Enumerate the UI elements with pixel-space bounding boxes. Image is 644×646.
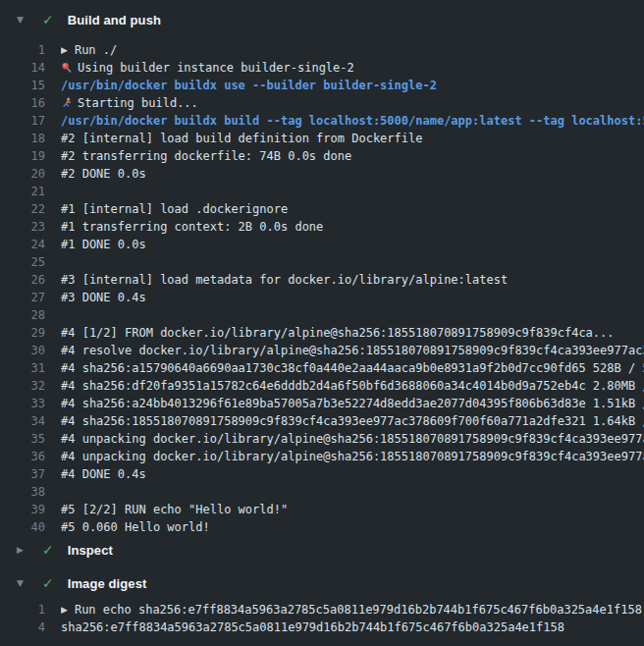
line-text: #2 DONE 0.0s: [61, 165, 146, 183]
log-line[interactable]: 4 sha256:e7ff8834a5963a2785c5a0811e979d1…: [0, 619, 644, 636]
line-text: ▶Run ./: [61, 41, 117, 59]
log-line[interactable]: 30 #4 resolve docker.io/library/alpine@s…: [0, 342, 644, 359]
line-text: Starting build...: [61, 94, 198, 112]
expand-run-arrow-icon[interactable]: ▶: [61, 601, 68, 619]
chevron-down-icon[interactable]: ▼: [17, 578, 28, 588]
log-line[interactable]: 1 ▶Run echo sha256:e7ff8834a5963a2785c5a…: [0, 601, 644, 619]
section-header-image-digest[interactable]: ▼ ✓ Image digest: [0, 569, 644, 597]
chevron-right-icon[interactable]: ▶: [17, 545, 28, 555]
line-number[interactable]: 1: [0, 601, 45, 619]
line-number[interactable]: 4: [0, 619, 45, 636]
log-lines-build-and-push: 1 ▶Run ./ 14 Using builder instance buil…: [0, 41, 644, 536]
log-line[interactable]: 34 #4 sha256:185518070891758909c9f839cf4…: [0, 412, 644, 430]
line-text: #4 sha256:185518070891758909c9f839cf4ca3…: [61, 412, 644, 430]
line-number[interactable]: 21: [0, 183, 45, 200]
line-text: #4 unpacking docker.io/library/alpine@sh…: [61, 430, 644, 448]
workflow-log-viewer: ▼ ✓ Build and push 1 ▶Run ./ 14 Using bu…: [0, 0, 644, 636]
line-number[interactable]: 22: [0, 200, 45, 218]
log-line[interactable]: 14 Using builder instance builder-single…: [0, 59, 644, 77]
line-number[interactable]: 38: [0, 483, 45, 501]
section-image-digest: ▼ ✓ Image digest 1 ▶Run echo sha256:e7ff…: [0, 569, 644, 636]
line-text: #1 transferring context: 2B 0.0s done: [61, 218, 323, 236]
pushpin-icon: [61, 59, 73, 77]
line-number[interactable]: 37: [0, 465, 45, 483]
line-number[interactable]: 20: [0, 165, 45, 183]
line-number[interactable]: 30: [0, 342, 45, 359]
success-check-icon: ✓: [42, 12, 54, 27]
line-text: #2 [internal] load build definition from…: [61, 130, 422, 147]
log-line[interactable]: 31 #4 sha256:a15790640a6690aa1730c38cf0a…: [0, 359, 644, 377]
line-number[interactable]: 17: [0, 112, 45, 130]
log-line[interactable]: 38: [0, 483, 644, 501]
line-number[interactable]: 14: [0, 59, 45, 77]
line-text: /usr/bin/docker buildx build --tag local…: [61, 112, 644, 130]
log-line[interactable]: 18 #2 [internal] load build definition f…: [0, 130, 644, 147]
log-line[interactable]: 15 /usr/bin/docker buildx use --builder …: [0, 77, 644, 94]
section-title: Build and push: [68, 13, 161, 27]
log-line[interactable]: 17 /usr/bin/docker buildx build --tag lo…: [0, 112, 644, 130]
line-text: #4 sha256:df20fa9351a15782c64e6dddb2d4a6…: [61, 377, 644, 395]
section-build-and-push: ▼ ✓ Build and push 1 ▶Run ./ 14 Using bu…: [0, 6, 644, 536]
line-text: Using builder instance builder-single-2: [61, 59, 354, 77]
log-line[interactable]: 25: [0, 253, 644, 271]
line-number[interactable]: 31: [0, 359, 45, 377]
line-number[interactable]: 1: [0, 41, 45, 59]
line-number[interactable]: 26: [0, 271, 45, 289]
log-line[interactable]: 32 #4 sha256:df20fa9351a15782c64e6dddb2d…: [0, 377, 644, 395]
line-number[interactable]: 34: [0, 412, 45, 430]
section-inspect: ▶ ✓ Inspect: [0, 536, 644, 564]
line-number[interactable]: 32: [0, 377, 45, 395]
line-text: #1 DONE 0.0s: [61, 236, 146, 253]
log-line[interactable]: 16 Starting build...: [0, 94, 644, 112]
log-line[interactable]: 22 #1 [internal] load .dockerignore: [0, 200, 644, 218]
line-text: #4 [1/2] FROM docker.io/library/alpine@s…: [61, 324, 615, 342]
log-line[interactable]: 24 #1 DONE 0.0s: [0, 236, 644, 253]
line-number[interactable]: 23: [0, 218, 45, 236]
line-number[interactable]: 40: [0, 518, 45, 536]
line-number[interactable]: 33: [0, 395, 45, 412]
log-line[interactable]: 29 #4 [1/2] FROM docker.io/library/alpin…: [0, 324, 644, 342]
log-line[interactable]: 40 #5 0.060 Hello world!: [0, 518, 644, 536]
section-title: Image digest: [68, 576, 147, 591]
log-line[interactable]: 37 #4 DONE 0.4s: [0, 465, 644, 483]
line-number[interactable]: 16: [0, 94, 45, 112]
log-line[interactable]: 27 #3 DONE 0.4s: [0, 289, 644, 306]
line-text: #4 unpacking docker.io/library/alpine@sh…: [61, 448, 644, 465]
line-number[interactable]: 29: [0, 324, 45, 342]
line-text: #4 sha256:a24bb4013296f61e89ba57005a7b3e…: [61, 395, 644, 412]
log-line[interactable]: 20 #2 DONE 0.0s: [0, 165, 644, 183]
line-number[interactable]: 28: [0, 306, 45, 324]
line-text: #4 sha256:a15790640a6690aa1730c38cf0a440…: [61, 359, 644, 377]
section-header-build-and-push[interactable]: ▼ ✓ Build and push: [0, 6, 644, 33]
line-number[interactable]: 25: [0, 253, 45, 271]
log-line[interactable]: 1 ▶Run ./: [0, 41, 644, 59]
line-number[interactable]: 36: [0, 448, 45, 465]
log-line[interactable]: 36 #4 unpacking docker.io/library/alpine…: [0, 448, 644, 465]
section-header-inspect[interactable]: ▶ ✓ Inspect: [0, 536, 644, 564]
runner-icon: [61, 94, 73, 112]
line-text: #3 [internal] load metadata for docker.i…: [61, 271, 508, 289]
log-line[interactable]: 26 #3 [internal] load metadata for docke…: [0, 271, 644, 289]
line-text: #3 DONE 0.4s: [61, 289, 146, 306]
chevron-down-icon[interactable]: ▼: [17, 15, 28, 25]
line-text: #4 DONE 0.4s: [61, 465, 146, 483]
line-number[interactable]: 24: [0, 236, 45, 253]
line-number[interactable]: 35: [0, 430, 45, 448]
log-line[interactable]: 23 #1 transferring context: 2B 0.0s done: [0, 218, 644, 236]
line-text: /usr/bin/docker buildx use --builder bui…: [61, 77, 437, 94]
line-number[interactable]: 39: [0, 501, 45, 518]
log-line[interactable]: 21: [0, 183, 644, 200]
line-number[interactable]: 27: [0, 289, 45, 306]
log-line[interactable]: 35 #4 unpacking docker.io/library/alpine…: [0, 430, 644, 448]
line-number[interactable]: 15: [0, 77, 45, 94]
log-line[interactable]: 39 #5 [2/2] RUN echo "Hello world!": [0, 501, 644, 518]
log-line[interactable]: 33 #4 sha256:a24bb4013296f61e89ba57005a7…: [0, 395, 644, 412]
log-line[interactable]: 28: [0, 306, 644, 324]
line-text: ▶Run echo sha256:e7ff8834a5963a2785c5a08…: [61, 601, 642, 619]
success-check-icon: ✓: [42, 542, 54, 558]
line-text: #5 0.060 Hello world!: [61, 518, 210, 536]
log-line[interactable]: 19 #2 transferring dockerfile: 74B 0.0s …: [0, 147, 644, 165]
line-number[interactable]: 18: [0, 130, 45, 147]
line-number[interactable]: 19: [0, 147, 45, 165]
expand-run-arrow-icon[interactable]: ▶: [61, 41, 68, 59]
